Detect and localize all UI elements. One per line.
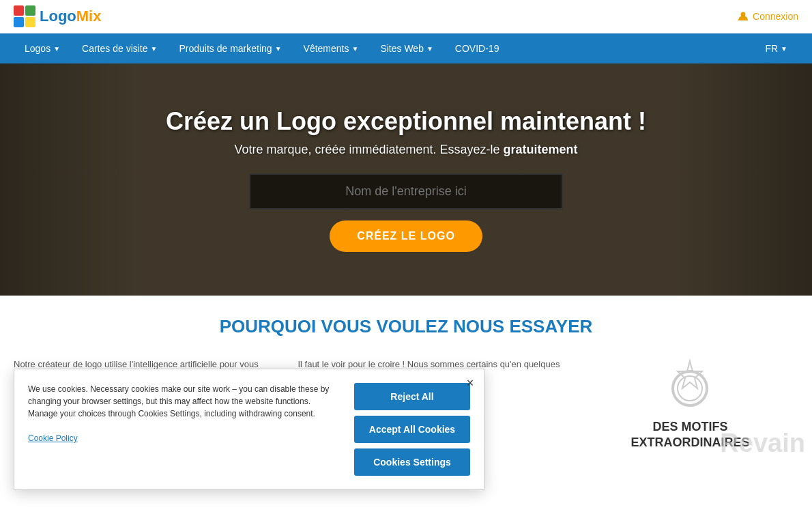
revain-watermark: Revain: [720, 429, 805, 458]
chevron-down-icon: ▼: [426, 45, 433, 53]
logo[interactable]: LogoMix: [14, 5, 101, 27]
hero-content: Créez un Logo exceptionnel maintenant ! …: [166, 107, 646, 252]
nav-covid[interactable]: COVID-19: [444, 33, 510, 63]
svg-point-2: [678, 376, 702, 401]
hero-section: Créez un Logo exceptionnel maintenant ! …: [0, 63, 812, 296]
cookies-settings-button[interactable]: Cookies Settings: [354, 448, 470, 465]
reject-all-button[interactable]: Reject All: [354, 383, 470, 410]
nav-vetements[interactable]: Vêtements ▼: [293, 33, 370, 63]
nav-cartes-de-visite[interactable]: Cartes de visite ▼: [71, 33, 168, 63]
nav-language[interactable]: FR ▼: [754, 33, 798, 63]
accept-all-button[interactable]: Accept All Cookies: [354, 416, 470, 443]
svg-marker-3: [678, 361, 702, 388]
cookie-text: We use cookies. Necessary cookies make o…: [14, 369, 347, 465]
nav-sites-web[interactable]: Sites Web ▼: [369, 33, 444, 63]
user-icon: [738, 11, 749, 22]
create-logo-button[interactable]: CRÉEZ LE LOGO: [330, 220, 482, 252]
connexion-button[interactable]: Connexion: [738, 11, 798, 22]
why-section: POURQUOI VOUS VOULEZ NOUS ESSAYER: [0, 296, 812, 358]
chevron-down-icon: ▼: [275, 45, 282, 53]
hero-title: Créez un Logo exceptionnel maintenant !: [166, 107, 646, 136]
medal-icon: [663, 358, 717, 412]
nav-logos[interactable]: Logos ▼: [14, 33, 71, 63]
chevron-down-icon: ▼: [781, 45, 787, 53]
nav-produits-marketing[interactable]: Produits de marketing ▼: [168, 33, 292, 63]
chevron-down-icon: ▼: [53, 45, 60, 53]
logo-text: LogoMix: [40, 8, 101, 25]
why-title: POURQUOI VOUS VOULEZ NOUS ESSAYER: [14, 316, 798, 337]
company-name-input[interactable]: [249, 173, 563, 210]
navbar: Logos ▼ Cartes de visite ▼ Produits de m…: [0, 33, 812, 63]
logo-icon: [14, 5, 35, 27]
cookie-banner: We use cookies. Necessary cookies make o…: [14, 369, 484, 465]
chevron-down-icon: ▼: [351, 45, 358, 53]
cookie-policy-link[interactable]: Cookie Policy: [28, 433, 78, 443]
chevron-down-icon: ▼: [151, 45, 158, 53]
header: LogoMix Connexion: [0, 0, 812, 33]
hero-subtitle: Votre marque, créée immédiatement. Essay…: [166, 143, 646, 157]
cookie-close-button[interactable]: ×: [462, 375, 478, 391]
bottom-col-motif: DES MOTIFS EXTRAORDINAIRES Revain: [582, 358, 798, 451]
